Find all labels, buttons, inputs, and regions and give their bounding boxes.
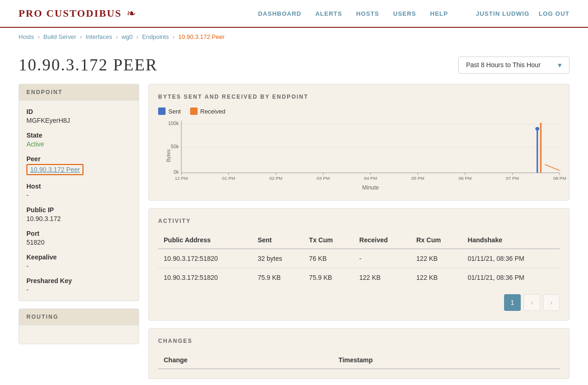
activity-table-header: Public Address Sent Tx Cum Received Rx C… [158, 232, 560, 249]
changes-section: CHANGES Change Timestamp [148, 328, 569, 379]
chart-section: BYTES SENT AND RECEIVED BY ENDPOINT Sent… [148, 84, 569, 201]
field-state-value: Active [26, 140, 131, 148]
nav-help[interactable]: HELP [430, 10, 448, 17]
svg-line-30 [545, 164, 560, 170]
breadcrumb-wg0[interactable]: wg0 [121, 33, 133, 40]
site-header: PRO CUSTODIBUS ❧ DASHBOARD ALERTS HOSTS … [0, 0, 588, 28]
left-panel: ENDPOINT ID MGFKEyerH8J State Active Pee… [19, 84, 139, 379]
logo: PRO CUSTODIBUS ❧ [19, 7, 136, 20]
page-prev-btn[interactable]: ‹ [524, 294, 540, 311]
routing-section-title: ROUTING [26, 314, 131, 320]
col-change: Change [158, 352, 333, 369]
page-btn-1[interactable]: 1 [504, 294, 521, 311]
chart-legend: Sent Received [158, 107, 560, 115]
routing-section-body [19, 325, 139, 344]
field-preshared-key-label: Preshared Key [26, 277, 131, 284]
svg-text:08 PM: 08 PM [553, 176, 566, 181]
main-nav: DASHBOARD ALERTS HOSTS USERS HELP JUSTIN… [258, 10, 569, 17]
col-handshake: Handshake [462, 232, 560, 249]
svg-text:50k: 50k [171, 144, 179, 149]
chevron-down-icon: ▾ [558, 61, 562, 69]
breadcrumb-sep-4: › [136, 33, 138, 40]
cell-rx-cum-2: 122 KB [411, 268, 462, 287]
endpoint-section: ENDPOINT ID MGFKEyerH8J State Active Pee… [19, 84, 139, 301]
activity-section: ACTIVITY Public Address Sent Tx Cum Rece… [148, 208, 569, 321]
svg-text:01 PM: 01 PM [222, 176, 235, 181]
breadcrumb-endpoints[interactable]: Endpoints [142, 33, 169, 40]
chart-x-axis-label: Minute [181, 184, 560, 191]
changes-header-row: Change Timestamp [158, 352, 560, 369]
legend-received-label: Received [200, 108, 225, 115]
col-public-address: Public Address [158, 232, 252, 249]
nav-users[interactable]: USERS [393, 10, 416, 17]
nav-hosts[interactable]: HOSTS [356, 10, 379, 17]
routing-section: ROUTING [19, 309, 139, 344]
activity-table: Public Address Sent Tx Cum Received Rx C… [158, 232, 560, 287]
cell-tx-cum-2: 75.9 KB [303, 268, 353, 287]
breadcrumb-build-server[interactable]: Build Server [44, 33, 77, 40]
cell-rx-cum-1: 122 KB [411, 249, 462, 268]
svg-text:05 PM: 05 PM [411, 176, 424, 181]
breadcrumb-interfaces[interactable]: Interfaces [86, 33, 112, 40]
field-state-label: State [26, 132, 131, 139]
logo-icon: ❧ [127, 7, 136, 20]
field-keepalive-value: - [26, 262, 131, 270]
field-public-ip: Public IP 10.90.3.172 [26, 206, 131, 222]
page-title: 10.90.3.172 PEER [19, 55, 158, 75]
field-peer-value[interactable]: 10.90.3.172 Peer [26, 164, 83, 175]
table-row: 10.90.3.172:51820 75.9 KB 75.9 KB 122 KB… [158, 268, 560, 287]
svg-text:03 PM: 03 PM [317, 176, 330, 181]
legend-received-color [190, 107, 198, 115]
page-title-area: 10.90.3.172 PEER Past 8 Hours to This Ho… [0, 46, 588, 79]
field-preshared-key-value: - [26, 286, 131, 293]
svg-text:02 PM: 02 PM [269, 176, 282, 181]
changes-table: Change Timestamp [158, 352, 560, 369]
cell-sent-2: 75.9 KB [252, 268, 304, 287]
cell-handshake-2: 01/11/21, 08:36 PM [462, 268, 560, 287]
svg-point-28 [535, 127, 539, 131]
activity-table-body: 10.90.3.172:51820 32 bytes 76 KB - 122 K… [158, 249, 560, 287]
legend-sent-label: Sent [168, 108, 181, 115]
endpoint-section-header: ENDPOINT [19, 84, 139, 101]
field-id: ID MGFKEyerH8J [26, 108, 131, 124]
svg-text:0k: 0k [173, 170, 179, 175]
svg-text:04 PM: 04 PM [364, 176, 377, 181]
nav-logout[interactable]: LOG OUT [539, 10, 569, 17]
changes-table-header: Change Timestamp [158, 352, 560, 369]
legend-received: Received [190, 107, 225, 115]
cell-received-1: - [354, 249, 411, 268]
time-selector-label: Past 8 Hours to This Hour [466, 61, 541, 69]
nav-alerts[interactable]: ALERTS [315, 10, 342, 17]
breadcrumb-hosts[interactable]: Hosts [19, 33, 34, 40]
nav-username[interactable]: JUSTIN LUDWIG [476, 10, 530, 17]
field-keepalive-label: Keepalive [26, 253, 131, 261]
col-sent: Sent [252, 232, 304, 249]
field-peer-label: Peer [26, 155, 131, 163]
breadcrumb-sep-1: › [38, 33, 39, 40]
chart-y-axis-label: Bytes [166, 149, 171, 162]
cell-public-address-2: 10.90.3.172:51820 [158, 268, 252, 287]
cell-public-address-1: 10.90.3.172:51820 [158, 249, 252, 268]
cell-received-2: 122 KB [354, 268, 411, 287]
field-port-value: 51820 [26, 239, 131, 246]
field-preshared-key: Preshared Key - [26, 277, 131, 293]
time-selector[interactable]: Past 8 Hours to This Hour ▾ [458, 57, 569, 74]
breadcrumb: Hosts › Build Server › Interfaces › wg0 … [0, 28, 588, 46]
page-next-btn[interactable]: › [543, 294, 560, 311]
field-host-value: - [26, 191, 131, 199]
field-host-label: Host [26, 183, 131, 190]
nav-dashboard[interactable]: DASHBOARD [258, 10, 301, 17]
svg-text:06 PM: 06 PM [459, 176, 472, 181]
chart-area: 100k 50k 0k [181, 120, 560, 181]
breadcrumb-sep-2: › [80, 33, 82, 40]
field-port: Port 51820 [26, 230, 131, 246]
field-port-label: Port [26, 230, 131, 237]
chart-svg: 100k 50k 0k [181, 120, 560, 181]
field-keepalive: Keepalive - [26, 253, 131, 270]
svg-text:07 PM: 07 PM [506, 176, 519, 181]
svg-text:12 PM: 12 PM [175, 176, 188, 181]
col-received: Received [354, 232, 411, 249]
field-id-label: ID [26, 108, 131, 115]
field-public-ip-label: Public IP [26, 206, 131, 214]
endpoint-section-body: ID MGFKEyerH8J State Active Peer 10.90.3… [19, 101, 139, 301]
